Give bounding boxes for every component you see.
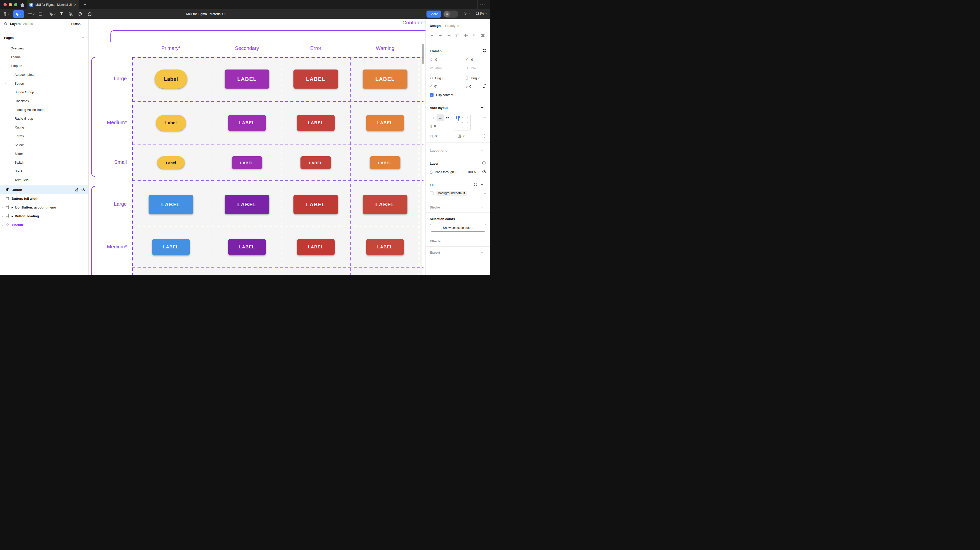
move-tool-button[interactable] (13, 10, 24, 18)
show-selection-colors-button[interactable]: Show selection colors (430, 224, 486, 232)
layer-row--menu-[interactable]: ▸<Menu> (0, 221, 88, 229)
sidebar-page-autocomplete[interactable]: Autocomplete (0, 70, 88, 79)
add-stroke-button[interactable]: + (481, 205, 483, 210)
zoom-menu[interactable]: 181% (476, 12, 487, 15)
dev-mode-toggle[interactable]: </> (443, 11, 458, 17)
styles-icon[interactable] (474, 183, 477, 186)
close-tab-icon[interactable]: ✕ (74, 3, 76, 6)
fill-row[interactable]: background/default − (430, 191, 487, 196)
expand-chevron-icon[interactable]: ▸ (2, 206, 3, 209)
mui-button-medium-4-0[interactable]: LABEL (152, 239, 190, 255)
mui-button-large-3-2[interactable]: LABEL (293, 195, 338, 214)
remove-auto-layout-button[interactable]: − (481, 105, 483, 110)
pen-tool-button[interactable] (47, 10, 57, 18)
align-bottom-icon[interactable] (473, 34, 476, 37)
independent-corners-icon[interactable] (483, 84, 486, 89)
sidebar-page-forms[interactable]: Forms (0, 132, 88, 140)
expand-chevron-icon[interactable]: ▸ (2, 197, 3, 200)
sidebar-page-button[interactable]: ✓Button (0, 79, 88, 88)
vertical-sizing-select[interactable]: Hug (471, 76, 477, 80)
blend-mode-select[interactable]: Pass through (435, 170, 454, 174)
mui-button-large-0-1[interactable]: LABEL (225, 70, 269, 89)
unlock-icon[interactable] (75, 188, 78, 191)
main-menu-button[interactable] (2, 10, 11, 18)
mui-button-small-2-2[interactable]: LABEL (301, 156, 331, 169)
independent-padding-icon[interactable] (483, 134, 486, 138)
height-field[interactable]: 2672 (471, 66, 479, 70)
resources-tool-button[interactable] (66, 10, 75, 18)
sidebar-page-text-field[interactable]: Text Field (0, 176, 88, 184)
sidebar-page-radio-group[interactable]: Radio Group (0, 114, 88, 123)
align-right-icon[interactable] (447, 34, 450, 37)
blend-mode-icon[interactable] (482, 161, 486, 165)
sidebar-page-select[interactable]: Select (0, 140, 88, 149)
hand-tool-button[interactable] (76, 10, 84, 18)
layer-row-iconbutton-account-menu[interactable]: ▸▶IconButton: account menu (0, 203, 88, 212)
align-vertical-center-icon[interactable] (464, 34, 468, 37)
clip-content-row[interactable]: ✓ Clip content (430, 92, 487, 97)
mui-button-large-3-1[interactable]: LABEL (225, 195, 269, 214)
expand-chevron-icon[interactable]: ▸ (2, 215, 3, 218)
tab-layers[interactable]: Layers (10, 22, 21, 25)
mui-button-medium-1-3[interactable]: LABEL (366, 115, 404, 131)
tab-assets[interactable]: Assets (23, 22, 33, 25)
direction-horizontal-button[interactable]: → (437, 114, 444, 121)
comment-tool-button[interactable] (85, 10, 94, 18)
mui-button-small-2-3[interactable]: LABEL (370, 156, 400, 169)
expand-arrow-icon[interactable]: ↓ (11, 64, 12, 68)
rotation-field[interactable]: 0° (434, 84, 437, 88)
mui-button-medium-4-3[interactable]: LABEL (366, 239, 404, 255)
mui-button-medium-4-1[interactable]: LABEL (228, 239, 266, 255)
close-window-button[interactable] (3, 3, 7, 6)
home-button[interactable] (19, 2, 25, 8)
auto-layout-more-icon[interactable]: ••• (483, 116, 486, 119)
page-selector[interactable]: Button (71, 19, 84, 29)
fill-style-token[interactable]: background/default (436, 191, 468, 196)
distribute-menu[interactable] (481, 34, 487, 37)
mui-button-medium-1-1[interactable]: LABEL (228, 115, 266, 131)
layer-row-button-full-width[interactable]: ▸Button: full width (0, 194, 88, 203)
align-top-icon[interactable] (455, 34, 459, 37)
x-field[interactable]: 0 (435, 58, 437, 62)
sidebar-page-button-group[interactable]: Button Group (0, 88, 88, 97)
minimize-window-button[interactable] (9, 3, 12, 6)
file-tab[interactable]: MUI for Figma - Material UI ✕ (27, 0, 79, 9)
mui-button-large-0-2[interactable]: LABEL (293, 70, 338, 89)
horizontal-padding-field[interactable]: 0 (435, 134, 436, 138)
mui-button-large-3-3[interactable]: LABEL (363, 195, 407, 214)
sidebar-page-switch[interactable]: Switch (0, 158, 88, 167)
sidebar-page-rating[interactable]: Rating (0, 123, 88, 132)
expand-chevron-icon[interactable]: ▸ (2, 224, 3, 226)
window-more-menu[interactable]: • • • (480, 3, 486, 6)
present-button[interactable]: ▷ (464, 11, 469, 16)
add-page-button[interactable]: + (82, 35, 84, 40)
sidebar-page-floating-action-button[interactable]: Floating Action Button (0, 105, 88, 114)
sidebar-page-theme[interactable]: Theme (0, 53, 88, 62)
tab-prototype[interactable]: Prototype (445, 24, 459, 28)
direction-vertical-button[interactable]: ↓ (430, 114, 437, 121)
sidebar-page-slider[interactable]: Slider (0, 149, 88, 158)
add-export-button[interactable]: + (481, 250, 483, 255)
eye-icon[interactable] (81, 188, 85, 191)
canvas-scrollbar[interactable] (422, 44, 424, 64)
gap-field[interactable]: 0 (434, 124, 436, 128)
corner-radius-field[interactable]: 0 (469, 84, 471, 88)
mui-button-medium-1-0[interactable]: Label (156, 115, 186, 131)
horizontal-sizing-select[interactable]: Hug (435, 76, 441, 80)
clip-content-checkbox[interactable]: ✓ (430, 93, 434, 97)
shape-tool-button[interactable] (37, 10, 47, 18)
tab-design[interactable]: Design (430, 24, 441, 28)
mui-button-large-3-0[interactable]: LABEL (149, 195, 193, 214)
mui-button-medium-1-2[interactable]: LABEL (297, 115, 335, 131)
layer-row-button[interactable]: ▸Button (0, 185, 88, 194)
add-effect-button[interactable]: + (481, 239, 483, 243)
new-tab-button[interactable]: + (82, 1, 88, 8)
mui-button-medium-4-2[interactable]: LABEL (297, 239, 335, 255)
y-field[interactable]: 0 (471, 58, 473, 62)
vertical-padding-field[interactable]: 0 (463, 134, 465, 138)
opacity-field[interactable]: 100% (468, 170, 476, 174)
frame-tool-button[interactable] (26, 10, 36, 18)
fill-color-swatch[interactable] (430, 191, 434, 195)
canvas[interactable]: Contained Primary*SecondaryErrorWarningL… (89, 19, 425, 275)
mui-button-large-0-0[interactable]: Label (154, 70, 187, 89)
